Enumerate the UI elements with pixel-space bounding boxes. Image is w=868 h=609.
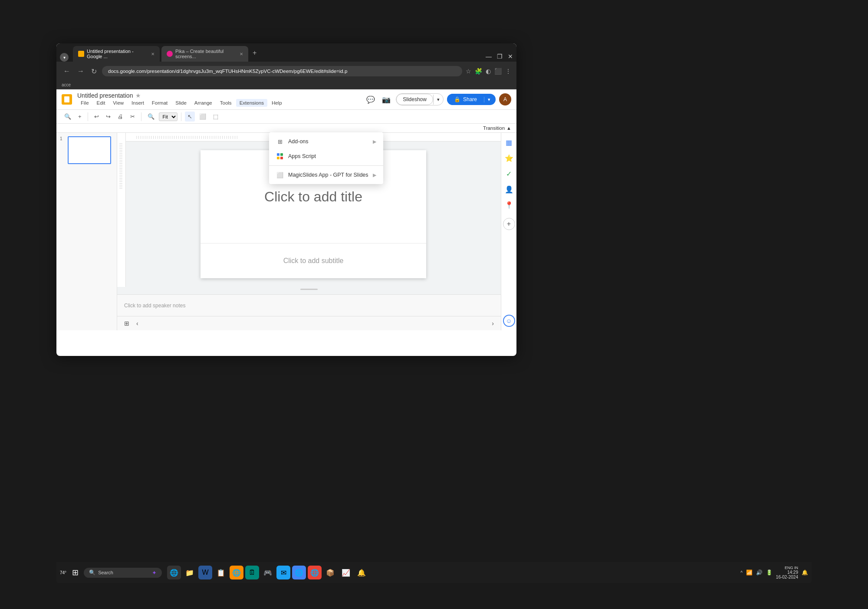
menu-tools[interactable]: Tools (217, 99, 235, 107)
user-avatar[interactable]: A (499, 93, 511, 105)
text-tool[interactable]: ⬜ (197, 112, 209, 122)
share-dropdown-button[interactable]: ▾ (484, 97, 496, 102)
close-button[interactable]: ✕ (508, 53, 513, 60)
sidebar-toggle-icon[interactable]: ⬛ (494, 68, 502, 75)
dropdown-addons[interactable]: ⊞ Add-ons ▶ (269, 134, 383, 149)
tab-slides-label: Untitled presentation - Google ... (87, 49, 147, 59)
zoom-in-button[interactable]: 🔍 (62, 112, 74, 122)
camera-icon[interactable]: 📷 (380, 94, 392, 105)
slideshow-button-group: Slideshow ▾ (396, 93, 444, 105)
app-menu: File Edit View Insert Format Slide Arran… (77, 99, 286, 107)
sidebar-tasks-icon[interactable]: ✓ (503, 168, 515, 180)
taskbar-app-1[interactable]: 🌐 (167, 566, 181, 579)
slide-number: 1 (60, 136, 65, 141)
app-logo-inner (64, 96, 69, 102)
grid-view-button[interactable]: ⊞ (122, 318, 131, 329)
taskbar-app-10[interactable]: 🌐 (308, 566, 322, 579)
taskbar-locale: ENG IN (776, 566, 798, 570)
sidebar-explore-icon[interactable]: ⭐ (503, 152, 515, 164)
notification-icon[interactable]: 🔔 (802, 569, 808, 576)
zoom-button[interactable]: 🔍 (145, 112, 157, 122)
tab-slides[interactable]: Untitled presentation - Google ... ✕ (73, 46, 160, 62)
tab-pika[interactable]: Pika – Create beautiful screens... ✕ (161, 46, 248, 62)
tab-slides-close[interactable]: ✕ (151, 52, 155, 56)
extension-bar: acce (56, 81, 516, 89)
collapse-panel-button[interactable]: ‹ (135, 318, 140, 329)
svg-rect-2 (277, 157, 279, 159)
slide-preview-thumbnail[interactable] (68, 136, 111, 164)
taskbar-app-8[interactable]: ✉ (276, 566, 290, 579)
menu-slide[interactable]: Slide (172, 99, 190, 107)
slideshow-button[interactable]: Slideshow (396, 94, 433, 105)
zoom-out-button[interactable]: + (76, 112, 84, 122)
profile-menu-icon[interactable]: ▾ (60, 53, 69, 62)
slideshow-label: Slideshow (403, 96, 427, 102)
extension-icon[interactable]: 🧩 (475, 68, 482, 75)
back-button[interactable]: ← (62, 66, 72, 77)
apps-script-icon (276, 152, 284, 160)
image-tool[interactable]: ⬚ (210, 112, 221, 122)
sidebar-gemini-button[interactable]: ☺ (503, 315, 515, 327)
star-icon[interactable]: ★ (135, 92, 141, 99)
expand-panel-button[interactable]: › (490, 318, 496, 329)
minimize-button[interactable]: — (486, 53, 492, 60)
menu-insert[interactable]: Insert (128, 99, 148, 107)
app-logo (62, 94, 72, 105)
forward-button[interactable]: → (76, 66, 86, 77)
search-bar[interactable]: 🔍 Search ✦ (84, 568, 162, 578)
chevron-up-icon[interactable]: ^ (740, 570, 743, 575)
toolbar-sep-3 (181, 112, 181, 121)
paint-format-button[interactable]: ✂ (128, 112, 138, 122)
network-icon: 📶 (746, 569, 753, 576)
start-button[interactable]: ⊞ (68, 566, 82, 579)
menu-edit[interactable]: Edit (93, 99, 109, 107)
taskbar-clock[interactable]: ENG IN 14:29 16-02-2024 (776, 566, 798, 579)
sidebar-add-button[interactable]: + (503, 218, 515, 230)
sidebar-maps-icon[interactable]: 📍 (503, 199, 515, 211)
taskbar-app-11[interactable]: 📦 (323, 566, 337, 579)
menu-format[interactable]: Format (148, 99, 171, 107)
menu-extensions[interactable]: Extensions (236, 99, 267, 107)
slide-subtitle-area[interactable]: Click to add subtitle (201, 244, 426, 278)
sidebar-slides-icon[interactable]: ▦ (503, 136, 515, 148)
bookmark-icon[interactable]: ☆ (466, 68, 471, 75)
dropdown-apps-script[interactable]: Apps Script (269, 149, 383, 164)
select-tool[interactable]: ↖ (185, 112, 195, 122)
taskbar-app-5[interactable]: 🌐 (230, 566, 243, 579)
address-bar[interactable] (102, 66, 462, 76)
taskbar-app-12[interactable]: 📈 (339, 566, 353, 579)
menu-file[interactable]: File (77, 99, 92, 107)
transition-collapse-button[interactable]: ▲ (506, 125, 511, 131)
sidebar-contacts-icon[interactable]: 👤 (503, 183, 515, 195)
profile-icon[interactable]: ◐ (486, 68, 491, 75)
taskbar-app-4[interactable]: 📋 (214, 566, 228, 579)
dropdown-magic-slides[interactable]: ⬜ MagicSlides App - GPT for Slides ▶ (269, 168, 383, 182)
taskbar-app-7[interactable]: 🎮 (261, 566, 275, 579)
tab-pika-close[interactable]: ✕ (240, 52, 243, 56)
reload-button[interactable]: ↻ (89, 66, 99, 77)
undo-button[interactable]: ↩ (92, 112, 102, 122)
restore-button[interactable]: ❐ (497, 53, 503, 60)
menu-view[interactable]: View (109, 99, 127, 107)
comments-icon[interactable]: 💬 (365, 94, 377, 105)
svg-rect-1 (280, 153, 283, 156)
zoom-select[interactable]: Fit (159, 112, 178, 121)
more-icon[interactable]: ⋮ (505, 68, 511, 75)
taskbar-app-6[interactable]: 🗓 (245, 566, 259, 579)
taskbar-app-3[interactable]: W (198, 566, 212, 579)
extension-bar-text: acce (62, 82, 71, 87)
dropdown-separator (269, 165, 383, 166)
print-button[interactable]: 🖨 (115, 112, 126, 122)
share-button[interactable]: 🔒 Share (447, 94, 484, 105)
redo-button[interactable]: ↪ (103, 112, 113, 122)
tab-pika-label: Pika – Create beautiful screens... (175, 49, 235, 59)
menu-arrange[interactable]: Arrange (191, 99, 216, 107)
taskbar-app-2[interactable]: 📁 (183, 566, 197, 579)
new-tab-button[interactable]: + (253, 49, 256, 57)
slideshow-dropdown-button[interactable]: ▾ (433, 95, 443, 105)
menu-help[interactable]: Help (268, 99, 286, 107)
speaker-notes[interactable]: Click to add speaker notes (117, 294, 501, 316)
taskbar-app-13[interactable]: 🔔 (355, 566, 368, 579)
header-right: 💬 📷 Slideshow ▾ 🔒 Share ▾ A (365, 93, 511, 105)
taskbar-app-9[interactable]: 🌐 (292, 566, 306, 579)
